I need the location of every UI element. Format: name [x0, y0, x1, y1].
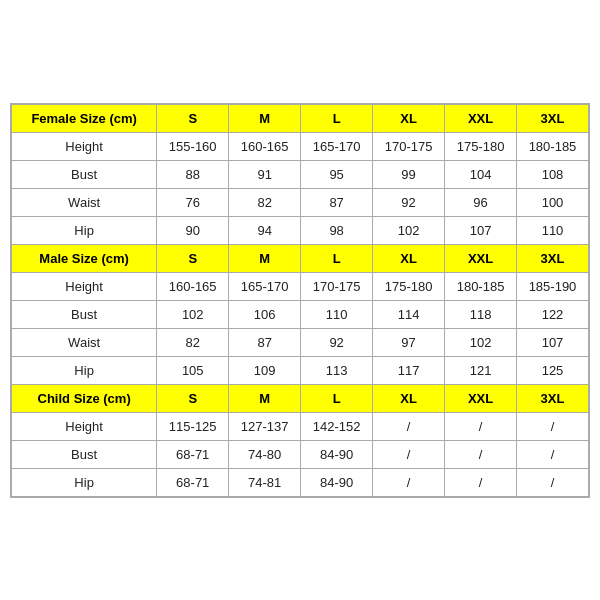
child-label: Child Size (cm) [12, 384, 157, 412]
male-hip-M: 109 [229, 356, 301, 384]
male-size-M: M [229, 244, 301, 272]
child-height-XL: / [373, 412, 445, 440]
female-hip-XXL: 107 [445, 216, 517, 244]
male-waist-S: 82 [157, 328, 229, 356]
child-bust-M: 74-80 [229, 440, 301, 468]
male-height-label: Height [12, 272, 157, 300]
female-size-XL: XL [373, 104, 445, 132]
male-bust-XXL: 118 [445, 300, 517, 328]
child-bust-3XL: / [517, 440, 589, 468]
male-height-L: 170-175 [301, 272, 373, 300]
male-waist-M: 87 [229, 328, 301, 356]
child-size-3XL: 3XL [517, 384, 589, 412]
child-hip-3XL: / [517, 468, 589, 496]
male-bust-S: 102 [157, 300, 229, 328]
child-bust-label: Bust [12, 440, 157, 468]
male-hip-XL: 117 [373, 356, 445, 384]
male-size-XL: XL [373, 244, 445, 272]
child-bust-S: 68-71 [157, 440, 229, 468]
female-height-L: 165-170 [301, 132, 373, 160]
child-height-L: 142-152 [301, 412, 373, 440]
size-chart: Female Size (cm)SMLXLXXL3XLHeight155-160… [10, 103, 590, 498]
child-bust-L: 84-90 [301, 440, 373, 468]
female-bust-S: 88 [157, 160, 229, 188]
male-label: Male Size (cm) [12, 244, 157, 272]
female-label: Female Size (cm) [12, 104, 157, 132]
male-row-bust: Bust102106110114118122 [12, 300, 589, 328]
female-bust-XXL: 104 [445, 160, 517, 188]
female-hip-3XL: 110 [517, 216, 589, 244]
child-height-label: Height [12, 412, 157, 440]
female-height-M: 160-165 [229, 132, 301, 160]
female-waist-3XL: 100 [517, 188, 589, 216]
section-header-female: Female Size (cm)SMLXLXXL3XL [12, 104, 589, 132]
child-hip-L: 84-90 [301, 468, 373, 496]
male-waist-label: Waist [12, 328, 157, 356]
male-hip-S: 105 [157, 356, 229, 384]
female-row-height: Height155-160160-165165-170170-175175-18… [12, 132, 589, 160]
child-height-M: 127-137 [229, 412, 301, 440]
child-row-height: Height115-125127-137142-152/// [12, 412, 589, 440]
female-hip-S: 90 [157, 216, 229, 244]
female-bust-M: 91 [229, 160, 301, 188]
male-waist-L: 92 [301, 328, 373, 356]
child-row-bust: Bust68-7174-8084-90/// [12, 440, 589, 468]
female-waist-XL: 92 [373, 188, 445, 216]
male-height-S: 160-165 [157, 272, 229, 300]
female-size-M: M [229, 104, 301, 132]
female-size-L: L [301, 104, 373, 132]
female-waist-XXL: 96 [445, 188, 517, 216]
female-hip-L: 98 [301, 216, 373, 244]
child-size-M: M [229, 384, 301, 412]
male-row-hip: Hip105109113117121125 [12, 356, 589, 384]
child-hip-XL: / [373, 468, 445, 496]
female-height-S: 155-160 [157, 132, 229, 160]
child-hip-M: 74-81 [229, 468, 301, 496]
section-header-child: Child Size (cm)SMLXLXXL3XL [12, 384, 589, 412]
male-height-3XL: 185-190 [517, 272, 589, 300]
male-hip-L: 113 [301, 356, 373, 384]
male-size-3XL: 3XL [517, 244, 589, 272]
male-size-XXL: XXL [445, 244, 517, 272]
female-height-XXL: 175-180 [445, 132, 517, 160]
male-bust-3XL: 122 [517, 300, 589, 328]
male-row-height: Height160-165165-170170-175175-180180-18… [12, 272, 589, 300]
female-bust-label: Bust [12, 160, 157, 188]
female-size-S: S [157, 104, 229, 132]
female-size-XXL: XXL [445, 104, 517, 132]
male-bust-L: 110 [301, 300, 373, 328]
section-header-male: Male Size (cm)SMLXLXXL3XL [12, 244, 589, 272]
child-size-S: S [157, 384, 229, 412]
female-bust-XL: 99 [373, 160, 445, 188]
child-size-XXL: XXL [445, 384, 517, 412]
female-height-label: Height [12, 132, 157, 160]
male-bust-XL: 114 [373, 300, 445, 328]
child-hip-XXL: / [445, 468, 517, 496]
male-bust-M: 106 [229, 300, 301, 328]
child-size-XL: XL [373, 384, 445, 412]
child-row-hip: Hip68-7174-8184-90/// [12, 468, 589, 496]
female-height-3XL: 180-185 [517, 132, 589, 160]
child-hip-S: 68-71 [157, 468, 229, 496]
male-waist-XL: 97 [373, 328, 445, 356]
male-hip-3XL: 125 [517, 356, 589, 384]
male-hip-label: Hip [12, 356, 157, 384]
child-hip-label: Hip [12, 468, 157, 496]
female-hip-M: 94 [229, 216, 301, 244]
male-waist-XXL: 102 [445, 328, 517, 356]
male-height-M: 165-170 [229, 272, 301, 300]
child-bust-XXL: / [445, 440, 517, 468]
male-hip-XXL: 121 [445, 356, 517, 384]
female-size-3XL: 3XL [517, 104, 589, 132]
female-bust-L: 95 [301, 160, 373, 188]
female-bust-3XL: 108 [517, 160, 589, 188]
female-waist-M: 82 [229, 188, 301, 216]
male-height-XL: 175-180 [373, 272, 445, 300]
female-hip-XL: 102 [373, 216, 445, 244]
child-height-3XL: / [517, 412, 589, 440]
child-height-XXL: / [445, 412, 517, 440]
male-size-L: L [301, 244, 373, 272]
male-waist-3XL: 107 [517, 328, 589, 356]
female-hip-label: Hip [12, 216, 157, 244]
female-row-hip: Hip909498102107110 [12, 216, 589, 244]
